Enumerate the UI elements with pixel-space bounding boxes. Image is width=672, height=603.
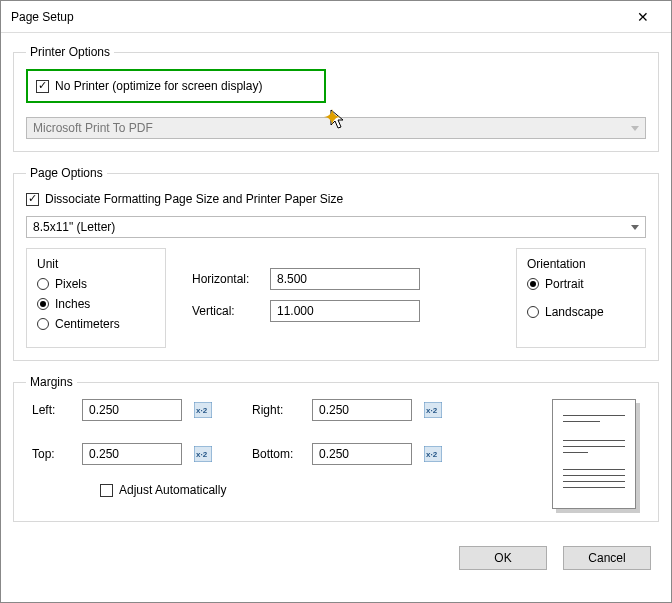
orientation-portrait-label: Portrait: [545, 277, 584, 291]
page-preview: [552, 399, 636, 509]
svg-text:x·2: x·2: [196, 450, 208, 459]
margin-bottom-label: Bottom:: [252, 447, 312, 461]
chevron-down-icon: [631, 126, 639, 131]
unit-pixels-label: Pixels: [55, 277, 87, 291]
dialog-buttons: OK Cancel: [13, 536, 659, 570]
window-title: Page Setup: [11, 10, 623, 24]
svg-text:x·2: x·2: [196, 406, 208, 415]
page-size-value: 8.5x11" (Letter): [33, 220, 631, 234]
margin-left-label: Left:: [32, 403, 82, 417]
checkbox-icon: [36, 80, 49, 93]
unit-inches-label: Inches: [55, 297, 90, 311]
margin-top-label: Top:: [32, 447, 82, 461]
page-setup-dialog: Page Setup ✕ Printer Options No Printer …: [0, 0, 672, 603]
unit-group: Unit Pixels Inches Centimeters: [26, 248, 166, 348]
unit-inches-radio[interactable]: Inches: [37, 297, 155, 311]
vertical-label: Vertical:: [192, 304, 262, 318]
orientation-landscape-label: Landscape: [545, 305, 604, 319]
margin-left-input[interactable]: [82, 399, 182, 421]
close-button[interactable]: ✕: [623, 2, 663, 32]
margin-top-spinner[interactable]: x·2: [192, 444, 214, 464]
printer-select: Microsoft Print To PDF: [26, 117, 646, 139]
spinner-icon: x·2: [194, 402, 212, 418]
margin-right-label: Right:: [252, 403, 312, 417]
printer-options-group: Printer Options No Printer (optimize for…: [13, 45, 659, 152]
checkbox-icon: [26, 193, 39, 206]
horizontal-input[interactable]: [270, 268, 420, 290]
spinner-icon: x·2: [424, 446, 442, 462]
spinner-icon: x·2: [194, 446, 212, 462]
chevron-down-icon: [631, 225, 639, 230]
margin-right-spinner[interactable]: x·2: [422, 400, 444, 420]
radio-icon: [37, 278, 49, 290]
adjust-auto-checkbox[interactable]: Adjust Automatically: [100, 483, 532, 497]
radio-icon: [37, 298, 49, 310]
cancel-button[interactable]: Cancel: [563, 546, 651, 570]
margin-right-input[interactable]: [312, 399, 412, 421]
margin-bottom-input[interactable]: [312, 443, 412, 465]
svg-text:x·2: x·2: [426, 450, 438, 459]
radio-icon: [527, 278, 539, 290]
margins-legend: Margins: [26, 375, 77, 389]
margin-bottom-spinner[interactable]: x·2: [422, 444, 444, 464]
horizontal-label: Horizontal:: [192, 272, 262, 286]
page-size-select[interactable]: 8.5x11" (Letter): [26, 216, 646, 238]
close-icon: ✕: [637, 9, 649, 25]
spinner-icon: x·2: [424, 402, 442, 418]
no-printer-highlight: No Printer (optimize for screen display): [26, 69, 326, 103]
adjust-auto-label: Adjust Automatically: [119, 483, 226, 497]
orientation-landscape-radio[interactable]: Landscape: [527, 305, 635, 319]
no-printer-label: No Printer (optimize for screen display): [55, 79, 262, 93]
unit-title: Unit: [37, 257, 155, 271]
printer-options-legend: Printer Options: [26, 45, 114, 59]
margin-top-input[interactable]: [82, 443, 182, 465]
unit-centimeters-radio[interactable]: Centimeters: [37, 317, 155, 331]
page-options-legend: Page Options: [26, 166, 107, 180]
no-printer-checkbox[interactable]: No Printer (optimize for screen display): [36, 79, 316, 93]
radio-icon: [37, 318, 49, 330]
radio-icon: [527, 306, 539, 318]
titlebar: Page Setup ✕: [1, 1, 671, 33]
vertical-input[interactable]: [270, 300, 420, 322]
unit-centimeters-label: Centimeters: [55, 317, 120, 331]
dimensions-group: Horizontal: Vertical:: [180, 248, 502, 348]
checkbox-icon: [100, 484, 113, 497]
dissociate-label: Dissociate Formatting Page Size and Prin…: [45, 192, 343, 206]
unit-pixels-radio[interactable]: Pixels: [37, 277, 155, 291]
ok-button[interactable]: OK: [459, 546, 547, 570]
orientation-group: Orientation Portrait Landscape: [516, 248, 646, 348]
margin-left-spinner[interactable]: x·2: [192, 400, 214, 420]
orientation-portrait-radio[interactable]: Portrait: [527, 277, 635, 291]
svg-text:x·2: x·2: [426, 406, 438, 415]
printer-select-value: Microsoft Print To PDF: [33, 121, 631, 135]
dissociate-checkbox[interactable]: Dissociate Formatting Page Size and Prin…: [26, 192, 646, 206]
orientation-title: Orientation: [527, 257, 635, 271]
margins-group: Margins Left: x·2 Right: x·2: [13, 375, 659, 522]
page-options-group: Page Options Dissociate Formatting Page …: [13, 166, 659, 361]
